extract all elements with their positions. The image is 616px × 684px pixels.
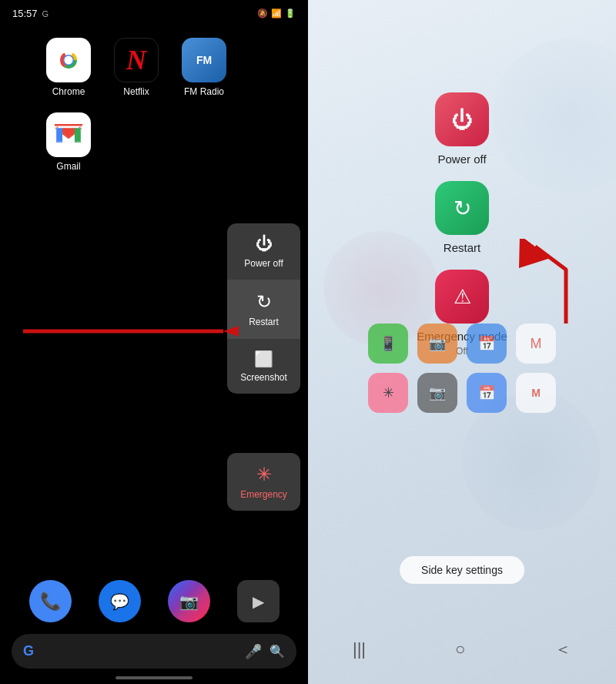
dock-messages[interactable]: 💬 <box>99 580 141 622</box>
bg-app-icon-4: M <box>531 336 542 352</box>
status-bar: 15:57 G 🔕 📶 🔋 <box>0 0 308 22</box>
app-row-2: Gmail <box>46 112 262 172</box>
right-power-off[interactable]: ⏻ Power off <box>435 92 489 166</box>
dock-phone[interactable]: 📞 <box>29 580 72 622</box>
screenshot-icon: ⬜ <box>254 350 273 368</box>
bg-app-5: ✳ <box>368 373 408 413</box>
lens-icon[interactable]: 🔍 <box>270 644 285 659</box>
right-power-off-icon: ⏻ <box>435 92 489 146</box>
fmradio-label: FM Radio <box>184 86 224 97</box>
netflix-n: N <box>126 44 146 76</box>
power-off-icon: ⏻ <box>256 234 273 254</box>
bg-app-row-2: ✳ 📷 📅 M <box>323 373 601 413</box>
bg-app-icon-6: 📷 <box>429 384 446 401</box>
bg-app-3: 📅 <box>467 324 507 364</box>
power-off-label: Power off <box>244 258 283 269</box>
bg-app-icon-2: 📷 <box>429 335 446 352</box>
app-chrome[interactable]: Chrome <box>46 38 91 97</box>
nav-recents[interactable]: ||| <box>353 639 366 659</box>
right-nav: ||| ○ ＜ <box>308 638 616 661</box>
bg-app-7: 📅 <box>467 373 507 413</box>
arrow-svg <box>23 316 239 347</box>
netflix-icon: N <box>114 38 159 82</box>
bg-app-icon-1: 📱 <box>380 335 397 352</box>
side-key-settings-label: Side key settings <box>421 564 503 576</box>
bg-app-icon-7: 📅 <box>478 384 495 401</box>
side-key-settings-button[interactable]: Side key settings <box>400 556 524 584</box>
nav-back[interactable]: ＜ <box>554 638 571 661</box>
right-power-off-label: Power off <box>437 153 486 166</box>
dock: 📞 💬 📷 ▶ <box>0 580 308 622</box>
bg-apps: 📱 📷 📅 M ✳ 📷 📅 M <box>308 324 616 413</box>
bg-app-1: 📱 <box>368 324 408 364</box>
dock-instagram[interactable]: 📷 <box>168 580 210 622</box>
messages-icon: 💬 <box>110 592 129 611</box>
status-time: 15:57 <box>12 8 38 19</box>
microphone-icon[interactable]: 🎤 <box>245 643 262 660</box>
restart-icon: ↻ <box>256 291 272 313</box>
chrome-icon <box>46 38 91 82</box>
battery-icon: 🔋 <box>285 8 296 18</box>
left-panel: 15:57 G 🔕 📶 🔋 <box>0 0 308 684</box>
emergency-icon: ✳ <box>256 464 272 485</box>
right-restart-label: Restart <box>444 241 480 254</box>
power-off-icon-symbol: ⏻ <box>451 107 473 132</box>
status-g-icon: G <box>42 9 49 18</box>
emergency-section: ✳ Emergency <box>227 447 300 511</box>
bg-app-6: 📷 <box>417 373 457 413</box>
app-grid: Chrome N Netflix FM FM Radio <box>0 22 308 172</box>
dock-assistant[interactable]: ▶ <box>237 580 280 622</box>
power-off-menu-item[interactable]: ⏻ Power off <box>227 223 300 280</box>
app-netflix[interactable]: N Netflix <box>114 38 159 97</box>
phone-icon: 📞 <box>40 592 61 612</box>
bg-app-2: 📷 <box>417 324 457 364</box>
svg-rect-8 <box>75 128 81 142</box>
chrome-label: Chrome <box>52 86 85 97</box>
status-right: 🔕 📶 🔋 <box>257 8 296 18</box>
arrow-to-restart <box>23 316 239 350</box>
arrow-up-to-restart <box>504 239 581 334</box>
bg-app-icon-5: ✳ <box>383 384 394 401</box>
nav-home[interactable]: ○ <box>455 639 465 659</box>
instagram-icon: 📷 <box>179 592 199 611</box>
search-bar[interactable]: G 🎤 🔍 <box>12 634 296 669</box>
signal-icon: 📶 <box>271 8 282 18</box>
assistant-icon: ▶ <box>253 592 264 611</box>
home-indicator <box>116 676 192 679</box>
power-menu: ⏻ Power off ↻ Restart ⬜ Screenshot <box>227 223 300 394</box>
gmail-label: Gmail <box>56 161 80 172</box>
up-arrow-svg <box>504 239 581 331</box>
emergency-label: Emergency <box>240 489 287 500</box>
fmradio-icon: FM <box>182 38 226 82</box>
right-restart-icon: ↻ <box>435 181 489 235</box>
right-panel: ⏻ Power off ↻ Restart ⚠ Emergency mode O… <box>308 0 616 684</box>
right-emergency-icon: ⚠ <box>435 270 489 324</box>
svg-rect-7 <box>56 128 62 142</box>
bg-app-icon-8: M <box>531 387 541 399</box>
status-left: 15:57 G <box>12 8 49 19</box>
bg-app-icon-3: 📅 <box>478 335 495 352</box>
app-gmail[interactable]: Gmail <box>46 112 91 172</box>
restart-icon-symbol: ↻ <box>454 196 471 221</box>
fm-text: FM <box>196 54 212 66</box>
app-fmradio[interactable]: FM FM Radio <box>182 38 226 97</box>
svg-point-2 <box>65 56 73 65</box>
emergency-menu-item[interactable]: ✳ Emergency <box>227 453 300 511</box>
screenshot-label: Screenshot <box>240 372 287 383</box>
right-restart[interactable]: ↻ Restart <box>435 181 489 254</box>
netflix-label: Netflix <box>123 86 149 97</box>
bg-app-8: M <box>516 373 556 413</box>
mute-icon: 🔕 <box>257 8 268 18</box>
app-row-1: Chrome N Netflix FM FM Radio <box>46 38 262 97</box>
gmail-icon <box>46 112 91 157</box>
emergency-mode-icon-symbol: ⚠ <box>454 285 471 309</box>
restart-label: Restart <box>249 317 279 327</box>
google-g-icon: G <box>23 643 34 659</box>
